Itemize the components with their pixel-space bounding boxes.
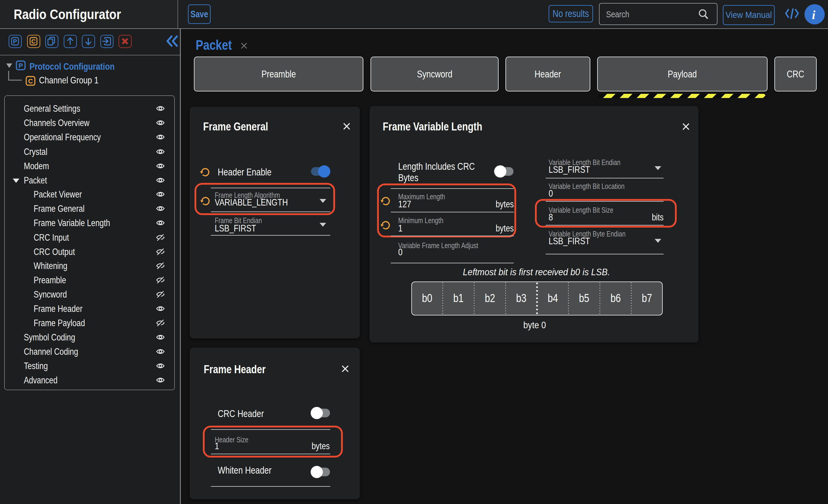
svg-text:C: C [31,38,35,45]
svg-text:P: P [13,38,17,45]
svg-text:C: C [28,77,33,85]
svg-text:P: P [18,62,23,70]
